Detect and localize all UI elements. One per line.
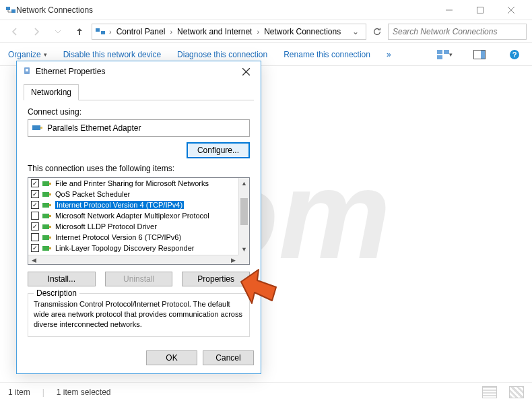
scroll-down-button[interactable]: ▼ [239, 244, 249, 255]
diagnose-button[interactable]: Diagnose this connection [177, 50, 267, 59]
list-item-label: QoS Packet Scheduler [55, 190, 130, 198]
connection-items-list[interactable]: ✓File and Printer Sharing for Microsoft … [28, 177, 250, 265]
recent-locations-button[interactable] [48, 22, 67, 41]
checkbox[interactable]: ✓ [31, 179, 39, 187]
breadcrumb[interactable]: › Control Panel › Network and Internet ›… [92, 24, 366, 40]
dialog-titlebar[interactable]: Ethernet Properties [17, 61, 261, 82]
titlebar: Network Connections [0, 0, 532, 20]
install-button[interactable]: Install... [28, 272, 96, 286]
list-item-label: Microsoft LLDP Protocol Driver [55, 222, 157, 230]
scroll-thumb[interactable] [240, 198, 248, 225]
refresh-button[interactable] [369, 24, 385, 40]
ok-button[interactable]: OK [146, 350, 197, 365]
scroll-up-button[interactable]: ▲ [239, 178, 249, 189]
adapter-field[interactable]: Parallels Ethernet Adapter [28, 119, 250, 137]
list-item-label: File and Printer Sharing for Microsoft N… [55, 179, 209, 187]
organize-menu[interactable]: Organize ▾ [8, 50, 47, 59]
svg-text:?: ? [512, 51, 517, 59]
disable-device-button[interactable]: Disable this network device [63, 50, 161, 59]
svg-rect-23 [42, 181, 49, 186]
maximize-button[interactable] [465, 0, 496, 20]
breadcrumb-item[interactable]: Network Connections [263, 27, 342, 36]
list-item-label: Internet Protocol Version 6 (TCP/IPv6) [55, 233, 181, 241]
address-dropdown[interactable]: ⌄ [348, 27, 363, 36]
checkbox[interactable] [31, 233, 39, 241]
dialog-close-button[interactable] [236, 62, 255, 81]
change-view-button[interactable]: ▾ [435, 47, 454, 63]
window-title: Network Connections [16, 5, 93, 15]
checkbox[interactable]: ✓ [31, 244, 39, 252]
search-input[interactable] [388, 24, 527, 40]
vertical-scrollbar[interactable]: ▲ ▼ [238, 178, 249, 255]
list-item-label: Link-Layer Topology Discovery Responder [55, 244, 194, 252]
close-button[interactable] [496, 0, 527, 20]
tab-networking[interactable]: Networking [24, 84, 79, 100]
protocol-icon [42, 223, 52, 230]
cancel-button[interactable]: Cancel [203, 350, 254, 365]
dialog-title: Ethernet Properties [36, 67, 105, 76]
svg-rect-5 [477, 7, 484, 13]
checkbox[interactable]: ✓ [31, 222, 39, 230]
list-item[interactable]: ✓QoS Packet Scheduler [28, 189, 238, 199]
help-button[interactable]: ? [505, 47, 524, 63]
svg-rect-12 [437, 55, 442, 59]
status-bar: 1 item | 1 item selected [0, 382, 532, 401]
breadcrumb-item[interactable]: Control Panel [115, 27, 167, 36]
uninstall-button[interactable]: Uninstall [105, 272, 173, 286]
chevron-right-icon[interactable]: › [166, 28, 176, 36]
protocol-icon [42, 245, 52, 251]
list-item[interactable]: ✓Link-Layer Topology Discovery Responder [28, 243, 238, 253]
overflow-button[interactable]: » [387, 50, 391, 59]
svg-rect-9 [101, 31, 105, 34]
list-item-label: Microsoft Network Adapter Multiplexor Pr… [55, 212, 209, 220]
list-item-label: Internet Protocol Version 4 (TCP/IPv4) [55, 201, 184, 209]
rename-button[interactable]: Rename this connection [284, 50, 370, 59]
description-group: Description Transmission Control Protoco… [28, 293, 250, 337]
svg-rect-33 [42, 235, 49, 240]
minimize-button[interactable] [434, 0, 465, 20]
svg-rect-34 [49, 237, 51, 239]
svg-rect-10 [437, 50, 442, 54]
protocol-icon [42, 180, 52, 187]
list-item[interactable]: ✓Internet Protocol Version 4 (TCP/IPv4) [28, 199, 238, 210]
address-bar: › Control Panel › Network and Internet ›… [0, 20, 532, 43]
svg-rect-35 [42, 246, 49, 251]
svg-rect-11 [444, 50, 449, 54]
protocol-icon [42, 202, 52, 208]
checkbox[interactable] [31, 212, 39, 220]
adapter-name: Parallels Ethernet Adapter [47, 123, 141, 133]
description-label: Description [34, 288, 79, 298]
up-button[interactable] [70, 22, 89, 41]
details-view-button[interactable] [482, 386, 497, 398]
forward-button[interactable] [27, 22, 46, 41]
configure-button[interactable]: Configure... [187, 142, 250, 158]
svg-rect-31 [42, 224, 49, 229]
scroll-right-button[interactable]: ▶ [228, 255, 238, 264]
connect-using-label: Connect using: [28, 107, 250, 117]
protocol-icon [42, 234, 52, 241]
svg-rect-21 [32, 125, 40, 130]
svg-rect-18 [26, 69, 28, 71]
svg-rect-2 [6, 7, 10, 10]
scroll-left-button[interactable]: ◀ [28, 255, 39, 264]
ethernet-icon [22, 66, 32, 78]
preview-pane-button[interactable] [470, 47, 489, 63]
svg-rect-22 [40, 127, 42, 129]
chevron-right-icon[interactable]: › [106, 28, 115, 36]
list-item[interactable]: ✓File and Printer Sharing for Microsoft … [28, 178, 238, 189]
ethernet-properties-dialog: Ethernet Properties Networking Connect u… [16, 61, 261, 374]
list-item[interactable]: Microsoft Network Adapter Multiplexor Pr… [28, 210, 238, 221]
checkbox[interactable]: ✓ [31, 190, 39, 198]
selection-count: 1 item selected [57, 388, 111, 397]
horizontal-scrollbar[interactable]: ◀ ▶ [28, 255, 238, 264]
tab-strip: Networking [24, 84, 254, 100]
list-item[interactable]: ✓Microsoft LLDP Protocol Driver [28, 221, 238, 232]
breadcrumb-item[interactable]: Network and Internet [176, 27, 253, 36]
chevron-right-icon[interactable]: › [253, 28, 263, 36]
large-icons-view-button[interactable] [509, 386, 524, 398]
checkbox[interactable]: ✓ [31, 201, 39, 209]
list-item[interactable]: Internet Protocol Version 6 (TCP/IPv6) [28, 232, 238, 243]
back-button[interactable] [5, 22, 24, 41]
svg-rect-28 [49, 204, 51, 206]
item-count: 1 item [8, 388, 30, 397]
